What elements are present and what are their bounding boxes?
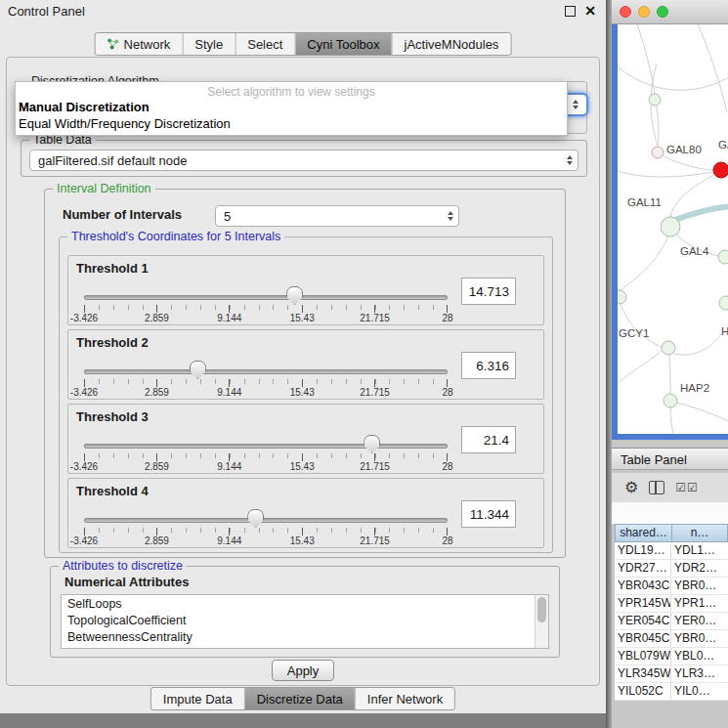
select-all-checkbox-icon[interactable]: ☑ — [675, 482, 686, 493]
table-data-combobox[interactable]: galFiltered.sif default node — [29, 150, 578, 171]
table-row[interactable]: YER054C YER0… — [615, 613, 728, 630]
threshold-4-slider[interactable]: -3.426 2.859 9.144 15.43 21.715 28 — [84, 508, 448, 545]
table-row[interactable]: YBR045C YBR0… — [615, 630, 728, 648]
network-node-selected[interactable] — [713, 162, 728, 178]
network-node[interactable] — [662, 341, 675, 355]
node-label-gal80: GAL80 — [666, 144, 702, 155]
threshold-2-value[interactable]: 6.316 — [461, 352, 516, 379]
gear-icon[interactable]: ⚙ — [624, 480, 638, 495]
network-node[interactable] — [719, 296, 728, 310]
table-row[interactable]: YBR043C YBR0… — [615, 578, 728, 595]
thresholds-group: Threshold's Coordinates for 5 Intervals … — [59, 236, 553, 553]
slider-thumb[interactable] — [286, 286, 303, 305]
threshold-4-value[interactable]: 11.344 — [461, 500, 516, 528]
tab-cyni-toolbox[interactable]: Cyni Toolbox — [295, 33, 392, 55]
top-tab-bar: Network Style Select Cyni Toolbox jActiv… — [95, 32, 512, 56]
control-panel: Control Panel ✕ Network Style Select — [0, 0, 606, 713]
threshold-3-panel: Threshold 3 -3.426 2.859 9.144 15.43 21.… — [67, 404, 544, 474]
group-title: Attributes to discretize — [59, 559, 187, 573]
network-node[interactable] — [718, 250, 728, 264]
node-label-clipped: H — [721, 325, 728, 337]
network-node[interactable] — [664, 394, 677, 407]
slider-ticks — [84, 305, 448, 313]
threshold-1-value[interactable]: 14.713 — [461, 278, 516, 305]
table-row[interactable]: YDL19… YDL1… — [615, 542, 728, 560]
node-label-gal4: GAL4 — [680, 245, 709, 257]
threshold-1-slider[interactable]: -3.426 2.859 9.144 15.43 21.715 28 — [84, 285, 448, 322]
network-canvas[interactable]: GAL80 GA GAL11 GAL4 GCY1 H HAP2 — [612, 24, 728, 440]
tab-select[interactable]: Select — [236, 33, 295, 55]
group-title: Interval Definition — [53, 182, 155, 195]
threshold-2-panel: Threshold 2 -3.426 2.859 9.144 15.43 21.… — [67, 329, 544, 400]
slider-tick-labels: -3.426 2.859 9.144 15.43 21.715 28 — [84, 461, 448, 472]
close-icon[interactable]: ✕ — [584, 5, 596, 17]
selection-mode-icons: ☑ ☑ — [675, 482, 698, 493]
slider-thumb[interactable] — [364, 435, 380, 453]
network-node[interactable] — [649, 94, 661, 106]
table-row[interactable]: YLR345W YLR3… — [615, 665, 728, 683]
network-graph: GAL80 GA GAL11 GAL4 GCY1 H HAP2 — [618, 24, 728, 434]
select-column-checkbox-icon[interactable]: ☑ — [687, 482, 698, 493]
combobox-value: galFiltered.sif default node — [30, 153, 562, 168]
table-row[interactable]: YDR27… YDR2… — [615, 560, 728, 578]
tab-label: Impute Data — [163, 692, 233, 707]
threshold-label: Threshold 3 — [76, 409, 149, 424]
tab-discretize-data[interactable]: Discretize Data — [245, 688, 356, 709]
slider-ticks — [84, 528, 448, 535]
threshold-label: Threshold 1 — [76, 261, 149, 276]
list-item[interactable]: BetweennessCentrality — [62, 628, 548, 645]
tab-infer-network[interactable]: Infer Network — [356, 688, 454, 709]
apply-button[interactable]: Apply — [272, 660, 334, 681]
tab-network[interactable]: Network — [96, 33, 184, 55]
table-row[interactable]: YIL052C YIL0… — [615, 683, 728, 701]
dropdown-placeholder: Select algorithm to view settings — [16, 82, 567, 99]
number-of-intervals-combobox[interactable]: 5 — [215, 205, 459, 227]
tab-impute-data[interactable]: Impute Data — [151, 688, 245, 709]
network-node[interactable] — [661, 217, 680, 236]
table-row[interactable]: YPR145W YPR1… — [615, 595, 728, 613]
tab-style[interactable]: Style — [183, 33, 236, 55]
numerical-attributes-list[interactable]: SelfLoops TopologicalCoefficient Between… — [61, 594, 549, 649]
dropdown-option-equal-width[interactable]: Equal Width/Frequency Discretization — [16, 115, 567, 132]
float-window-icon[interactable] — [565, 6, 576, 17]
slider-thumb[interactable] — [247, 509, 264, 528]
threshold-4-panel: Threshold 4 -3.426 2.859 9.144 15.43 21.… — [67, 478, 544, 548]
column-header-shared-name[interactable]: shared… — [615, 524, 671, 542]
node-label-gal11: GAL11 — [627, 196, 662, 208]
attributes-group: Attributes to discretize Numerical Attri… — [50, 566, 560, 658]
algorithm-dropdown-popup: Select algorithm to view settings Manual… — [15, 81, 568, 136]
list-scrollbar[interactable] — [535, 595, 548, 648]
group-title: Threshold's Coordinates for 5 Intervals — [67, 230, 284, 243]
list-item[interactable]: TopologicalCoefficient — [62, 612, 548, 628]
table-header-row: shared… n… — [615, 524, 728, 542]
threshold-2-slider[interactable]: -3.426 2.859 9.144 15.43 21.715 28 — [84, 360, 448, 397]
slider-thumb[interactable] — [190, 361, 206, 379]
column-header-name[interactable]: n… — [671, 524, 728, 542]
close-traffic-light-icon[interactable] — [620, 6, 631, 18]
network-node[interactable] — [618, 290, 626, 304]
tab-label: Network — [124, 37, 171, 52]
slider-ticks — [84, 379, 448, 387]
table-filter-strip — [612, 502, 728, 525]
columns-icon[interactable] — [649, 481, 664, 494]
threshold-3-value[interactable]: 21.4 — [461, 426, 516, 453]
minimize-traffic-light-icon[interactable] — [638, 6, 650, 18]
slider-track — [84, 369, 448, 374]
list-item[interactable]: SelfLoops — [62, 595, 548, 612]
threshold-label: Threshold 2 — [76, 335, 149, 350]
tab-jactivemodules[interactable]: jActiveMNodules — [393, 33, 511, 55]
node-label-clipped: GA — [718, 139, 728, 150]
scrollbar-thumb[interactable] — [537, 597, 546, 622]
app-root: Control Panel ✕ Network Style Select — [0, 0, 728, 728]
control-panel-titlebar: Control Panel ✕ — [0, 0, 606, 23]
dropdown-option-manual-discretization[interactable]: Manual Discretization — [16, 99, 567, 115]
network-node[interactable] — [652, 147, 664, 158]
table-row[interactable]: YBL079W YBL0… — [615, 648, 728, 665]
tab-label: Discretize Data — [257, 692, 343, 707]
zoom-traffic-light-icon[interactable] — [657, 6, 668, 18]
control-panel-body: Discretization Algorithm Select algorith… — [6, 57, 600, 686]
combobox-value: 5 — [216, 209, 443, 224]
threshold-3-slider[interactable]: -3.426 2.859 9.144 15.43 21.715 28 — [84, 434, 448, 471]
tab-label: Cyni Toolbox — [307, 37, 379, 52]
node-label-gcy1: GCY1 — [619, 327, 649, 339]
